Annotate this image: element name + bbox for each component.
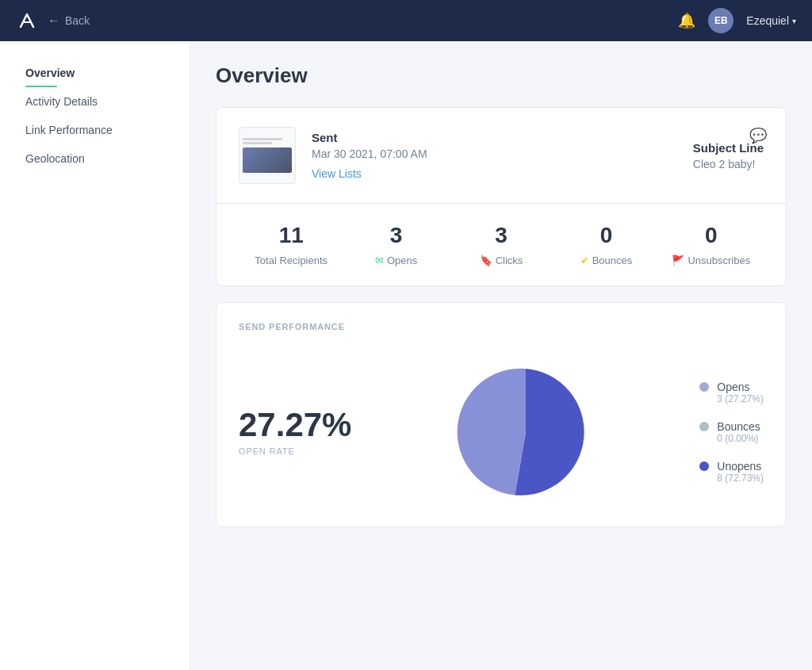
bounces-legend-dot (699, 422, 709, 431)
open-rate-value: 27.27% (239, 408, 351, 442)
pie-chart (383, 357, 668, 507)
stat-label-clicks: 🔖 Clicks (449, 255, 553, 266)
stat-label-bounces: ✔ Bounces (553, 255, 658, 266)
stat-unsubscribes: 0 🚩 Unsubscribes (659, 223, 764, 266)
user-menu[interactable]: Ezequiel ▾ (746, 14, 796, 27)
back-arrow-icon: ← (48, 13, 60, 28)
comment-icon[interactable]: 💬 (749, 127, 767, 144)
page-title: Overview (216, 63, 787, 88)
legend-item-opens: Opens 3 (27.27%) (699, 381, 764, 404)
stat-label-opens: ✉ Opens (343, 255, 448, 266)
view-lists-link[interactable]: View Lists (312, 167, 362, 180)
campaign-info-section: Sent Mar 30 2021, 07:00 AM View Lists Su… (216, 108, 786, 203)
stat-value-opens: 3 (343, 223, 448, 248)
campaign-details: Sent Mar 30 2021, 07:00 AM View Lists (312, 131, 645, 181)
legend-value-opens: 3 (27.27%) (717, 393, 764, 404)
sent-date: Mar 30 2021, 07:00 AM (312, 147, 645, 160)
clicks-icon: 🔖 (480, 255, 492, 266)
stat-label-total-recipients: Total Recipients (239, 255, 343, 266)
stats-row: 11 Total Recipients 3 ✉ Opens 3 🔖 Clicks (216, 204, 786, 285)
legend-item-bounces: Bounces 0 (0.00%) (699, 420, 764, 444)
legend-value-unopens: 8 (72.73%) (717, 473, 764, 484)
back-label: Back (65, 14, 90, 27)
opens-icon: ✉ (375, 255, 384, 266)
stat-total-recipients: 11 Total Recipients (239, 223, 343, 266)
legend-label-unopens: Unopens (717, 460, 764, 473)
performance-card: SEND PERFORMANCE 27.27% OPEN RATE (216, 302, 787, 527)
user-avatar: EB (708, 8, 733, 33)
main-layout: Overview Activity Details Link Performan… (0, 41, 812, 670)
sidebar-item-geolocation[interactable]: Geolocation (16, 146, 174, 171)
campaign-thumbnail (239, 127, 296, 184)
notification-bell-icon[interactable]: 🔔 (678, 12, 695, 29)
bounces-icon: ✔ (580, 255, 589, 266)
opens-legend-dot (699, 382, 709, 392)
sidebar-item-activity-details[interactable]: Activity Details (16, 89, 174, 114)
subject-section: Subject Line Cleo 2 baby! (661, 141, 764, 170)
performance-title: SEND PERFORMANCE (239, 322, 764, 331)
legend-label-opens: Opens (717, 381, 764, 393)
legend-label-bounces: Bounces (717, 420, 760, 433)
performance-content: 27.27% OPEN RATE (239, 357, 764, 507)
chevron-down-icon: ▾ (792, 17, 796, 25)
open-rate-section: 27.27% OPEN RATE (239, 408, 351, 456)
app-logo-icon (16, 10, 38, 32)
unsubscribes-icon: 🚩 (672, 255, 684, 266)
stat-value-clicks: 3 (449, 223, 553, 248)
subject-value: Cleo 2 baby! (693, 158, 764, 170)
stat-label-unsubscribes: 🚩 Unsubscribes (659, 255, 764, 266)
legend-text-unopens: Unopens 8 (72.73%) (717, 460, 764, 484)
legend-item-unopens: Unopens 8 (72.73%) (699, 460, 764, 484)
legend-text-bounces: Bounces 0 (0.00%) (717, 420, 760, 444)
pie-chart-svg (450, 357, 601, 507)
stat-clicks: 3 🔖 Clicks (449, 223, 553, 266)
legend: Opens 3 (27.27%) Bounces 0 (0.00%) (699, 381, 764, 484)
stat-value-total-recipients: 11 (239, 223, 343, 248)
opens-slice (458, 369, 526, 496)
header: ← Back 🔔 EB Ezequiel ▾ (0, 0, 812, 41)
sent-label: Sent (312, 131, 645, 144)
main-content: Overview Sent Mar 30 2021, 07:00 AM View… (190, 41, 812, 670)
stat-bounces: 0 ✔ Bounces (553, 223, 658, 266)
stat-opens: 3 ✉ Opens (343, 223, 448, 266)
sidebar: Overview Activity Details Link Performan… (0, 41, 190, 670)
stat-value-bounces: 0 (553, 223, 658, 248)
campaign-card: Sent Mar 30 2021, 07:00 AM View Lists Su… (216, 107, 787, 286)
user-name-label: Ezequiel (746, 14, 789, 27)
open-rate-label: OPEN RATE (239, 446, 351, 456)
sidebar-item-overview[interactable]: Overview (16, 60, 174, 86)
unopens-legend-dot (699, 461, 709, 471)
header-left: ← Back (16, 10, 90, 32)
header-right: 🔔 EB Ezequiel ▾ (678, 8, 796, 33)
sidebar-item-link-performance[interactable]: Link Performance (16, 117, 174, 143)
legend-value-bounces: 0 (0.00%) (717, 433, 760, 444)
legend-text-opens: Opens 3 (27.27%) (717, 381, 764, 404)
back-button[interactable]: ← Back (48, 13, 90, 28)
stat-value-unsubscribes: 0 (659, 223, 764, 248)
